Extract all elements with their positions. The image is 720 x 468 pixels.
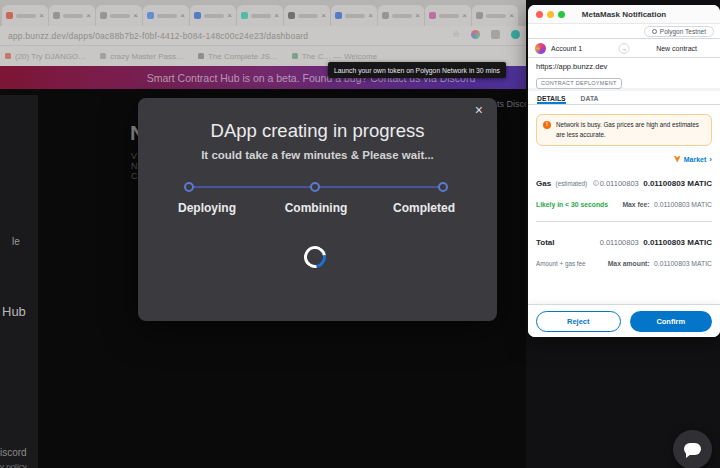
globe-icon bbox=[652, 29, 657, 34]
metamask-fox-icon bbox=[674, 156, 681, 163]
browser-tab[interactable]: × bbox=[284, 5, 330, 26]
bookmark-favicon-icon bbox=[5, 53, 11, 59]
step-label: Combining bbox=[285, 201, 348, 215]
tab-favicon-icon bbox=[382, 12, 389, 19]
zoom-window-icon[interactable] bbox=[558, 11, 565, 18]
gas-sub-row: Likely in < 30 seconds Max fee: 0.011008… bbox=[536, 193, 712, 211]
url-text: app.bunzz.dev/dapps/0ac88b7b2-f0bf-4412-… bbox=[8, 31, 308, 41]
bookmark-label: crazy Master Pass… bbox=[110, 52, 184, 61]
network-row: Polygon Testnet bbox=[528, 24, 720, 39]
metamask-titlebar: MetaMask Notification bbox=[528, 5, 720, 24]
tab-close-icon[interactable]: × bbox=[39, 12, 44, 20]
step-circle-deploying bbox=[184, 182, 194, 192]
divider bbox=[536, 221, 712, 222]
tab-title-blur bbox=[251, 14, 271, 18]
extensions-icon[interactable] bbox=[491, 30, 500, 39]
tab-favicon-icon bbox=[335, 12, 342, 19]
info-icon[interactable]: i bbox=[593, 180, 599, 186]
bookmark-item[interactable]: crazy Master Pass… bbox=[100, 52, 184, 61]
account-name: Account 1 bbox=[551, 45, 582, 52]
network-selector[interactable]: Polygon Testnet bbox=[644, 26, 714, 37]
browser-tab[interactable]: × bbox=[378, 5, 424, 26]
tab-title-blur bbox=[204, 14, 224, 18]
clipped-text: y policy bbox=[0, 462, 27, 468]
metamask-window-title: MetaMask Notification bbox=[582, 10, 666, 19]
total-desc: Amount + gas fee bbox=[536, 260, 586, 267]
tab-title-blur bbox=[110, 14, 130, 18]
browser-tab[interactable]: × bbox=[96, 5, 142, 26]
gas-eta: Likely in < 30 seconds bbox=[536, 201, 608, 208]
tab-close-icon[interactable]: × bbox=[368, 12, 373, 20]
browser-tab[interactable]: × bbox=[472, 5, 518, 26]
profile-avatar[interactable] bbox=[511, 30, 520, 39]
account-row: Account 1 → New contract bbox=[528, 39, 720, 58]
launch-token-tooltip: Launch your own token on Polygon Network… bbox=[328, 62, 506, 78]
network-busy-alert: ! Network is busy. Gas prices are high a… bbox=[536, 114, 712, 146]
tab-title-blur bbox=[16, 14, 36, 18]
chevron-right-icon[interactable]: › bbox=[709, 155, 712, 164]
bookmark-label: The Complete JS… bbox=[208, 52, 278, 61]
browser-tab[interactable]: × bbox=[190, 5, 236, 26]
metamask-footer: Reject Confirm bbox=[528, 304, 720, 337]
tab-close-icon[interactable]: × bbox=[133, 12, 138, 20]
tab-close-icon[interactable]: × bbox=[274, 12, 279, 20]
tab-close-icon[interactable]: × bbox=[415, 12, 420, 20]
tab-details[interactable]: DETAILS bbox=[537, 91, 566, 104]
bookmark-label: (20) Try DJANGO… bbox=[15, 52, 86, 61]
chat-widget-button[interactable] bbox=[673, 430, 712, 468]
tab-close-icon[interactable]: × bbox=[86, 12, 91, 20]
tab-title-blur bbox=[439, 14, 459, 18]
tab-close-icon[interactable]: × bbox=[462, 12, 467, 20]
close-icon[interactable]: × bbox=[475, 102, 483, 118]
clipped-heading: N bbox=[130, 121, 138, 145]
alert-icon: ! bbox=[543, 121, 551, 129]
bookmark-favicon-icon bbox=[100, 53, 106, 59]
clipped-text: iscord bbox=[0, 447, 27, 458]
tab-title-blur bbox=[345, 14, 365, 18]
alert-text: Network is busy. Gas prices are high and… bbox=[556, 121, 699, 138]
reject-button[interactable]: Reject bbox=[536, 311, 621, 332]
browser-tab[interactable]: × bbox=[425, 5, 471, 26]
arrow-right-icon: → bbox=[619, 43, 630, 54]
tab-favicon-icon bbox=[147, 12, 154, 19]
tab-close-icon[interactable]: × bbox=[180, 12, 185, 20]
bookmark-item[interactable]: The C… — Welcome bbox=[292, 52, 377, 61]
gas-sublabel: (estimated) bbox=[556, 180, 588, 187]
clipped-nav-text: ts Disco bbox=[497, 99, 527, 109]
step-label: Completed bbox=[393, 201, 455, 215]
max-fee-label: Max fee: bbox=[622, 201, 649, 208]
metamask-window: MetaMask Notification Polygon Testnet Ac… bbox=[528, 5, 720, 337]
tab-close-icon[interactable]: × bbox=[321, 12, 326, 20]
browser-tab[interactable]: × bbox=[2, 5, 48, 26]
minimize-window-icon[interactable] bbox=[547, 11, 554, 18]
tab-title-blur bbox=[298, 14, 318, 18]
gas-option-row: Market › bbox=[536, 155, 712, 164]
bookmark-item[interactable]: (20) Try DJANGO… bbox=[5, 52, 86, 61]
tab-close-icon[interactable]: × bbox=[509, 12, 514, 20]
gas-row: Gas (estimated) i 0.01100803 0.01100803 … bbox=[536, 172, 712, 190]
tx-type-badge: CONTRACT DEPLOYMENT bbox=[536, 78, 622, 89]
tab-data[interactable]: DATA bbox=[581, 91, 599, 104]
bookmark-star-icon[interactable]: ☆ bbox=[452, 29, 460, 39]
step-circle-combining bbox=[310, 182, 320, 192]
market-link[interactable]: Market bbox=[684, 156, 707, 163]
metamask-tabs: DETAILS DATA bbox=[528, 91, 720, 105]
bookmark-favicon-icon bbox=[292, 53, 298, 59]
network-name: Polygon Testnet bbox=[660, 28, 706, 35]
color-wheel-icon[interactable] bbox=[471, 30, 480, 39]
tab-favicon-icon bbox=[100, 12, 107, 19]
account-avatar bbox=[535, 43, 546, 54]
close-window-icon[interactable] bbox=[536, 11, 543, 18]
confirm-button[interactable]: Confirm bbox=[630, 311, 713, 332]
browser-tab[interactable]: × bbox=[331, 5, 377, 26]
tab-title-blur bbox=[157, 14, 177, 18]
window-controls bbox=[536, 11, 565, 18]
gas-value-secondary: 0.01100803 bbox=[600, 179, 639, 188]
tab-title-blur bbox=[392, 14, 412, 18]
browser-tab[interactable]: × bbox=[143, 5, 189, 26]
browser-tab[interactable]: × bbox=[49, 5, 95, 26]
browser-tab[interactable]: × bbox=[237, 5, 283, 26]
bookmark-item[interactable]: The Complete JS… bbox=[198, 52, 278, 61]
bookmark-label: The C… — Welcome bbox=[302, 52, 377, 61]
tab-close-icon[interactable]: × bbox=[227, 12, 232, 20]
